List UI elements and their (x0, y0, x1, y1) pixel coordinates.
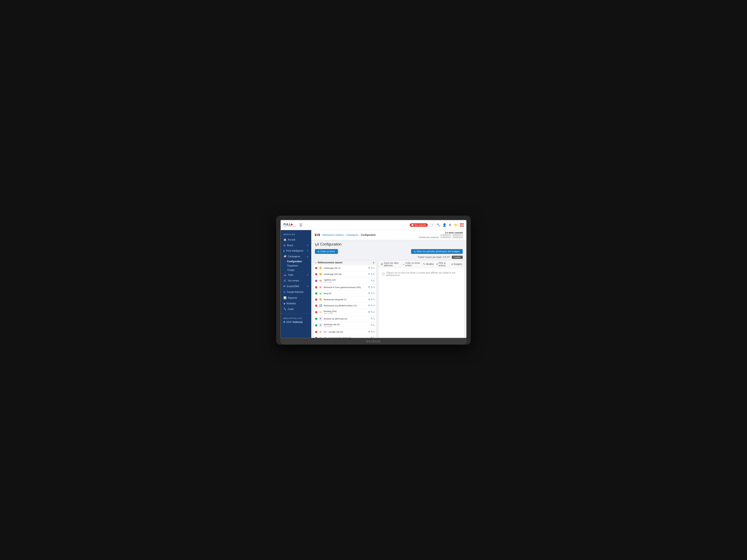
info-icon[interactable]: ℹ (374, 330, 375, 333)
edit-icon[interactable]: ✎ (371, 324, 373, 327)
outils-icon: 🔧 (283, 308, 287, 311)
hamburger-icon[interactable]: ☰ (299, 223, 303, 227)
user-icon[interactable]: 👤 (442, 223, 446, 227)
sync-icon[interactable]: ⟳ (368, 330, 370, 333)
folder-icon[interactable]: 📁 (454, 223, 458, 227)
info-icon[interactable]: ℹ (374, 279, 375, 282)
tab-gerer-sites[interactable]: ☰ Gérer les sites afférents (381, 262, 400, 267)
list-item[interactable]: P Bertrand et Sons gastronomiques (PN) ⟳… (313, 285, 376, 291)
list-item[interactable]: ● Bing (0) ⟳ ✎ ℹ (313, 291, 376, 297)
list-item[interactable]: 🔄 Bookassist.org (BPBRG/OBGI (?)) ⟳ ✎ ℹ (313, 303, 376, 309)
tab-budgets[interactable]: € Budgets (452, 263, 462, 266)
edit-icon[interactable]: ✎ (371, 304, 373, 307)
edit-icon[interactable]: ✎ (371, 286, 373, 289)
sidebar-sub-configuration[interactable]: Configuration (281, 259, 311, 264)
panier-bar: Panier moyen par lsiad : 0 € HT Modifier (311, 255, 466, 260)
sidebar-item-price[interactable]: € Price Intelligence ▼ (281, 248, 311, 254)
levier-actions: ⟳ ✎ ℹ (368, 304, 375, 307)
settings-icon[interactable]: ⚙ (449, 223, 452, 227)
sidebar-item-campagnes[interactable]: 📢 Campagnes ▲ (281, 254, 311, 259)
breadcrumb-config: Configuration (361, 234, 376, 236)
sidebar-sub-tripadvisor[interactable]: Tripadvisor (281, 264, 311, 268)
info-icon[interactable]: ℹ (374, 267, 375, 269)
sidebar-ventes-label: Vos ventes (288, 279, 299, 282)
budgets-icon: € (452, 263, 453, 266)
list-item[interactable]: A GT - Google Ads (0) ⟳ ✎ ℹ (313, 329, 376, 335)
breadcrumb-linear[interactable]: Attributions Linéaires (323, 234, 343, 236)
sidebar-item-multisites[interactable]: ◈ Multisites (281, 301, 311, 306)
sidebar-item-adwords[interactable]: G Google Adwords (281, 289, 311, 295)
sync-icon[interactable]: ⟳ (368, 267, 370, 269)
sync-icon[interactable]: ⟳ (368, 292, 370, 295)
sync-icon[interactable]: ⟳ (368, 273, 370, 275)
info-icon[interactable]: ℹ (374, 273, 375, 275)
euro-icon: € (373, 261, 375, 264)
edit-icon[interactable]: ✎ (371, 298, 373, 301)
levier-name: Booked via @Private (0) (324, 317, 369, 320)
edit-icon[interactable]: ✎ (371, 317, 373, 320)
info-icon[interactable]: ℹ (374, 324, 375, 327)
info-icon[interactable]: ℹ (374, 298, 375, 301)
sidebar-item-trafic[interactable]: 🚗 Trafic ▼ (281, 272, 311, 278)
info-icon[interactable]: ℹ (374, 311, 375, 314)
sidebar-item-ventes[interactable]: 🛒 Vos ventes (281, 278, 311, 284)
sidebar-item-brand[interactable]: ◎ Brand ▼ (281, 243, 311, 248)
laptop-bottom: MacBook (280, 338, 467, 345)
list-item[interactable]: 😊 Adviticage (09, 0) ⟳ ✎ ℹ (313, 265, 376, 271)
edit-icon[interactable]: ✎ (371, 330, 373, 333)
breadcrumb-campagnes[interactable]: Campagnes (346, 234, 358, 236)
date-period: Période des variations : 01/09/2019 - 29… (418, 236, 463, 238)
sidebar-sub-trivago[interactable]: Trivago (281, 268, 311, 272)
trivago-label: Trivago (287, 269, 294, 271)
levier-name: Agdistis.com 100 unités (324, 278, 369, 283)
edit-icon[interactable]: ✎ (371, 337, 373, 338)
edit-icon[interactable]: ✎ (371, 279, 373, 282)
section-title: Référencement naturel (318, 261, 342, 264)
info-icon[interactable]: ℹ (374, 292, 375, 295)
list-item[interactable]: M GT - Hostspot Stay 2019 (N) ✎ ℹ (313, 335, 376, 338)
campagnes-chevron: ▲ (307, 256, 309, 258)
levier-name: Bookassist Disparité (?) (324, 298, 367, 301)
recap-visits-label: Visites(s) (292, 321, 303, 323)
sync-icon[interactable]: ⟳ (368, 298, 370, 301)
levier-logo: ● (319, 292, 323, 295)
sync-icon[interactable]: ⟳ (368, 304, 370, 307)
topbar-left: FULL▶ PERFORMANCE ☰ (283, 223, 303, 227)
list-item[interactable]: f Bookings.site (0) 100 unités ✎ ℹ (313, 322, 376, 329)
sync-icon[interactable]: ⟳ (368, 286, 370, 289)
edit-icon[interactable]: ✎ (371, 273, 373, 275)
panier-label: Panier moyen par lsiad : (418, 256, 442, 258)
grid-icon[interactable] (460, 223, 464, 227)
edit-icon[interactable]: ✎ (371, 292, 373, 295)
info-icon[interactable]: ℹ (374, 304, 375, 307)
tab-creer-enfant[interactable]: + Créer un levier enfant (403, 262, 420, 267)
levier-dot (315, 311, 317, 313)
list-item[interactable]: f Booked via @Private (0) ✎ ℹ (313, 316, 376, 322)
exports-badge[interactable]: Vos exports (410, 223, 428, 227)
sidebar-item-rapports[interactable]: 📊 Rapports (281, 295, 311, 301)
list-item[interactable]: M Agdistis.com 100 unités ✎ ℹ (313, 277, 376, 285)
edit-icon[interactable]: ✎ (371, 311, 373, 314)
info-icon[interactable]: ℹ (374, 337, 375, 338)
info-icon[interactable]: ℹ (374, 317, 375, 320)
tab-infos[interactable]: ℹ Infos & actions (437, 262, 449, 267)
sync-icon[interactable]: ⟳ (368, 311, 370, 314)
help-icon[interactable]: ? (430, 223, 434, 227)
sidebar-outils-label: Outils (288, 308, 294, 311)
wrench-icon[interactable]: 🔧 (436, 223, 440, 227)
list-item[interactable]: 😊 Bookassist Disparité (?) ⟳ ✎ ℹ (313, 297, 376, 303)
list-item[interactable]: H Booking (PN) 200+ unités ⟳ ✎ ℹ (313, 309, 376, 316)
levier-name: Bing (0) (324, 292, 367, 295)
tab-modifier[interactable]: ✎ Modifier (423, 263, 434, 266)
create-levier-button[interactable]: ⊕ Créer un levier (315, 249, 338, 254)
info-icon[interactable]: ℹ (374, 286, 375, 289)
edit-icon[interactable]: ✎ (371, 267, 373, 269)
sidebar-item-emails[interactable]: ✉ Emails/SMS ▼ (281, 284, 311, 289)
panier-modifier-button[interactable]: Modifier (452, 256, 463, 259)
sidebar-item-accueil[interactable]: 🏠 Accueil (281, 237, 311, 243)
manage-budgets-button[interactable]: ⊕ Gérer les périodes génériques des budg… (411, 249, 463, 254)
list-item[interactable]: 😊 Adviticage (PN 09) ⟳ ✎ ℹ (313, 271, 376, 277)
sidebar-item-outils[interactable]: 🔧 Outils (281, 306, 311, 312)
sidebar-trafic-label: Trafic (288, 274, 293, 276)
section-dot: ● (315, 261, 316, 264)
